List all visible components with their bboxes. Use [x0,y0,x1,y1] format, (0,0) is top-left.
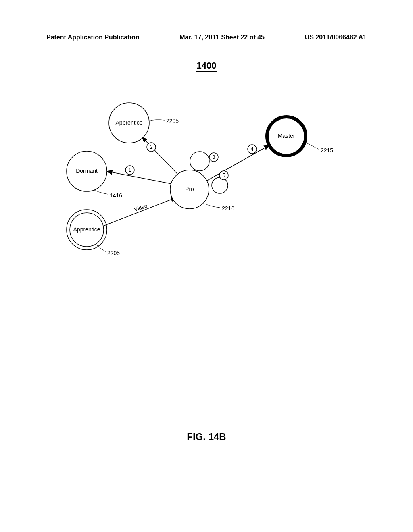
ref-2215: 2215 [321,147,333,154]
edge-pro-master [206,145,269,181]
node-step3-circle [190,152,209,171]
ref-2205-top: 2205 [166,118,179,124]
step-num-5: 5 [222,172,225,178]
diagram-container: Apprentice Dormant Pro Master Apprentice… [0,101,413,282]
ref-2210: 2210 [222,205,234,212]
figure-number: 1400 [196,60,217,72]
header-left: Patent Application Publication [46,34,140,41]
edge-pro-apprentice [142,137,181,177]
label-master: Master [278,133,295,139]
edge-apprentice-pro-video [104,197,176,226]
ref-1416: 1416 [110,192,122,199]
step-num-2: 2 [150,144,152,150]
step-num-1: 1 [128,167,131,173]
edge-pro-selfloop [212,177,228,193]
ref-2205-bottom: 2205 [107,250,120,256]
edge-pro-dormant [107,171,175,185]
diagram-svg: Apprentice Dormant Pro Master Apprentice… [0,101,413,282]
step-num-3: 3 [212,154,215,160]
leader-2205-top [149,120,165,121]
figure-caption: FIG. 14B [187,431,226,443]
header-center: Mar. 17, 2011 Sheet 22 of 45 [179,34,265,41]
label-apprentice-bottom: Apprentice [73,226,100,233]
label-apprentice-top: Apprentice [116,119,143,126]
step-num-4: 4 [250,146,253,152]
label-pro: Pro [185,186,194,192]
page-header: Patent Application Publication Mar. 17, … [46,34,367,41]
label-dormant: Dormant [76,168,98,174]
leader-2210 [205,204,220,208]
leader-1416 [93,189,108,194]
header-right: US 2011/0066462 A1 [305,34,367,41]
